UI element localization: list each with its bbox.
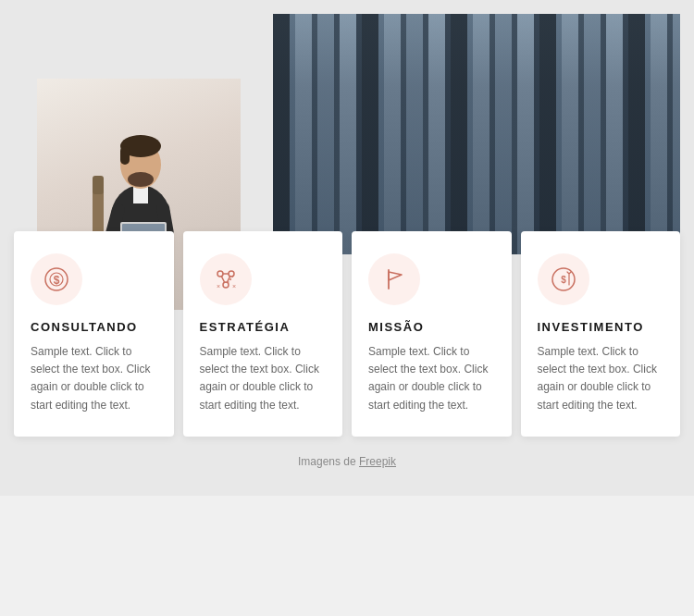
svg-text:×: × — [217, 283, 220, 290]
card-title-investimento: INVESTIMENTO — [538, 320, 664, 334]
card-title-estrategia: ESTRATÉGIA — [200, 320, 327, 334]
freepik-link[interactable]: Freepik — [359, 455, 396, 468]
card-text-investimento: Sample text. Click to select the text bo… — [538, 343, 664, 414]
svg-point-23 — [217, 271, 223, 277]
card-consultando[interactable]: $ CONSULTANDO Sample text. Click to sele… — [14, 231, 174, 437]
investment-icon: $ — [551, 266, 576, 292]
cards-section: $ CONSULTANDO Sample text. Click to sele… — [0, 231, 694, 437]
card-title-missao: MISSÃO — [368, 320, 495, 334]
card-title-consultando: CONSULTANDO — [31, 320, 157, 334]
svg-text:×: × — [232, 283, 236, 290]
svg-point-10 — [128, 172, 154, 187]
card-icon-consultando: $ — [31, 253, 82, 305]
money-circle-icon: $ — [43, 266, 69, 292]
card-text-missao: Sample text. Click to select the text bo… — [368, 343, 495, 414]
card-estrategia[interactable]: × × ESTRATÉGIA Sample text. Click to sel… — [183, 231, 343, 437]
card-text-estrategia: Sample text. Click to select the text bo… — [200, 343, 327, 414]
svg-rect-9 — [120, 146, 130, 165]
card-text-consultando: Sample text. Click to select the text bo… — [31, 343, 157, 414]
card-missao[interactable]: MISSÃO Sample text. Click to select the … — [352, 231, 512, 437]
strategy-icon: × × — [213, 266, 239, 292]
footer-credit: Imagens de Freepik — [0, 455, 694, 468]
card-icon-missao — [368, 253, 420, 305]
svg-line-27 — [221, 276, 225, 283]
svg-rect-1 — [93, 176, 104, 194]
svg-point-25 — [223, 282, 229, 288]
page-wrapper: $ CONSULTANDO Sample text. Click to sele… — [0, 0, 694, 496]
flag-icon — [381, 266, 407, 292]
city-image — [273, 14, 680, 254]
footer-credit-text: Imagens de — [298, 455, 359, 468]
card-icon-investimento: $ — [538, 253, 589, 305]
svg-text:$: $ — [561, 275, 566, 285]
card-icon-estrategia: × × — [200, 253, 252, 305]
card-investimento[interactable]: $ INVESTIMENTO Sample text. Click to sel… — [521, 231, 681, 437]
